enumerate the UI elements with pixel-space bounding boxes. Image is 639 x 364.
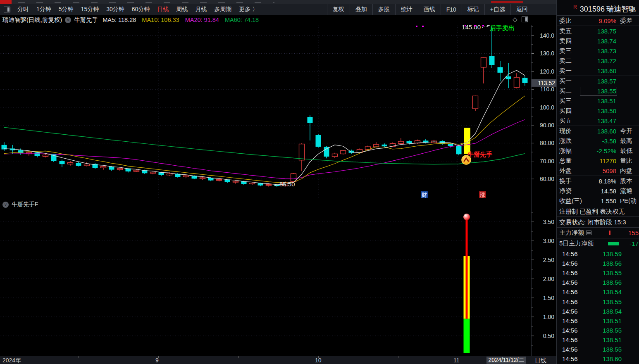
toolbar-button-标记[interactable]: 标记	[462, 4, 484, 15]
period-tab-15分钟[interactable]: 15分钟	[77, 6, 103, 13]
split-pane-icon[interactable]	[522, 17, 528, 22]
info-label2: 最低	[616, 147, 639, 155]
period-tab-更多 〉[interactable]: 更多 〉	[235, 6, 262, 13]
toolbar-button-F10[interactable]: F10	[441, 4, 462, 15]
chevron-down-icon[interactable]: ˅	[2, 202, 9, 208]
tick-time: 14:56	[562, 317, 589, 324]
info-label: 总量	[557, 157, 581, 165]
info-label: 涨跌	[557, 137, 581, 145]
stock-title: R 301596 瑞迪智驱	[557, 0, 639, 15]
period-tab-5分钟[interactable]: 5分钟	[55, 6, 77, 13]
ask-1[interactable]: 卖一138.60	[557, 66, 639, 76]
diamond-icon[interactable]: ◇	[513, 16, 517, 23]
ask-4[interactable]: 卖四138.74	[557, 36, 639, 46]
info-label: 外盘	[557, 167, 581, 175]
period-tab-分时[interactable]: 分时	[14, 6, 33, 13]
indicator-panel-header: ˅ 牛掰先手F	[2, 201, 38, 208]
ask-5[interactable]: 卖五138.75	[557, 26, 639, 36]
tick-price: 138.55	[589, 269, 622, 276]
ask-1-price: 138.60	[581, 67, 616, 74]
svg-text:1.00: 1.00	[543, 314, 554, 320]
info-value: 11270	[581, 157, 616, 164]
tick-time: 14:56	[562, 269, 589, 276]
info-row-外盘: 外盘5098内盘	[557, 166, 639, 176]
indicator-bars	[463, 214, 470, 353]
svg-text:牛掰先手: 牛掰先手	[467, 151, 492, 158]
toolbar-button-返回[interactable]: 返回	[510, 4, 533, 15]
period-tab-周线[interactable]: 周线	[172, 6, 191, 13]
main-fund-row: 主力净额 155	[557, 227, 639, 238]
tick-time: 14:56	[562, 260, 589, 267]
svg-text:1.50: 1.50	[543, 295, 554, 301]
info-label: 净资	[557, 187, 581, 195]
weibi-value: 9.09%	[581, 17, 616, 24]
ma5-line	[4, 70, 525, 185]
period-tab-30分钟[interactable]: 30分钟	[103, 6, 128, 13]
axis-month-9: 9	[155, 357, 159, 364]
svg-text:130.0: 130.0	[540, 50, 554, 57]
toolbar-button-画线[interactable]: 画线	[418, 4, 441, 15]
registered-flag: R	[573, 4, 577, 10]
svg-text:涨: 涨	[480, 192, 486, 198]
tick-time: 14:56	[562, 336, 589, 343]
bid-2[interactable]: 买二138.55	[557, 86, 639, 96]
info-label2: 内盘	[616, 167, 639, 175]
tick-time: 14:56	[562, 288, 589, 295]
ask-3[interactable]: 卖三138.73	[557, 46, 639, 56]
tick-time: 14:56	[562, 279, 589, 286]
svg-text:3.50: 3.50	[543, 219, 554, 225]
bid-1[interactable]: 买一138.57	[557, 76, 639, 86]
menu-strip	[0, 0, 639, 4]
ask-2[interactable]: 卖二138.72	[557, 56, 639, 66]
list-icon[interactable]	[586, 231, 591, 235]
bid-4[interactable]: 买四138.50	[557, 106, 639, 116]
toolbar-actions: 复权叠加多股统计画线F10标记+自选返回	[327, 4, 533, 15]
main-chart[interactable]: 140.0130.0120.0110.0100.090.0080.0070.00…	[0, 0, 556, 364]
bid-4-price: 138.50	[581, 107, 616, 114]
toolbar-button-+自选[interactable]: +自选	[484, 4, 510, 15]
annotations: 145.00后手卖出牛掰先手←55.50财涨	[273, 24, 515, 198]
signal-ball-icon	[463, 214, 470, 220]
cursor-date-label: 2024/11/12/二	[486, 357, 526, 364]
toolbar-button-叠加[interactable]: 叠加	[350, 4, 372, 15]
axis-tick	[79, 356, 79, 358]
period-tab-1分钟[interactable]: 1分钟	[33, 6, 55, 13]
tick-time: 14:56	[562, 250, 589, 257]
chevron-down-icon[interactable]: ˅	[65, 17, 71, 23]
tick-price: 138.56	[589, 279, 622, 286]
toolbar-button-多股[interactable]: 多股	[372, 4, 395, 15]
tick-list[interactable]: 14:56138.5914:56138.5614:56138.5514:5613…	[557, 249, 639, 364]
ask-levels: 卖五138.75卖四138.74卖三138.73卖二138.72卖一138.60	[557, 26, 639, 76]
tick-row: 14:56138.55	[557, 326, 639, 335]
axis-year-label: 2024年	[2, 357, 21, 364]
period-tab-日线[interactable]: 日线	[153, 6, 172, 13]
period-tabs: 分时1分钟5分钟15分钟30分钟60分钟日线周线月线多周期更多 〉	[14, 6, 262, 13]
period-tab-多周期[interactable]: 多周期	[210, 6, 235, 13]
period-tab-月线[interactable]: 月线	[191, 6, 210, 13]
period-tab-60分钟[interactable]: 60分钟	[128, 6, 154, 13]
svg-text:90.00: 90.00	[540, 122, 554, 128]
bid-3[interactable]: 买三138.51	[557, 96, 639, 106]
info-value: 8.18%	[581, 178, 616, 185]
fund5d-value: -17	[629, 240, 639, 247]
bid-5[interactable]: 买五138.47	[557, 116, 639, 126]
svg-text:←55.50: ←55.50	[273, 181, 295, 188]
tick-price: 138.55	[589, 327, 622, 334]
stock-name: 瑞迪智驱	[606, 5, 636, 13]
svg-text:100.0: 100.0	[540, 104, 554, 111]
info-row-换手: 换手8.18%股本	[557, 176, 639, 186]
ask-3-price: 138.73	[581, 48, 616, 55]
tick-price: 138.59	[589, 250, 622, 257]
axis-tick	[158, 356, 159, 358]
toolbar-button-复权[interactable]: 复权	[327, 4, 350, 15]
pane-layout-icon[interactable]	[4, 7, 10, 12]
gridlines	[0, 26, 531, 336]
time-axis: 2024年 91011 2024/11/12/二 日线	[0, 356, 556, 364]
tick-row: 14:56138.59	[557, 249, 639, 259]
tick-price: 138.56	[589, 260, 622, 267]
toolbar-button-统计[interactable]: 统计	[395, 4, 418, 15]
tick-price: 138.55	[589, 346, 622, 353]
period-toolbar: 分时1分钟5分钟15分钟30分钟60分钟日线周线月线多周期更多 〉 复权叠加多股…	[0, 4, 556, 15]
axis-month-10: 10	[315, 357, 322, 364]
bid-4-label: 买四	[557, 107, 581, 115]
